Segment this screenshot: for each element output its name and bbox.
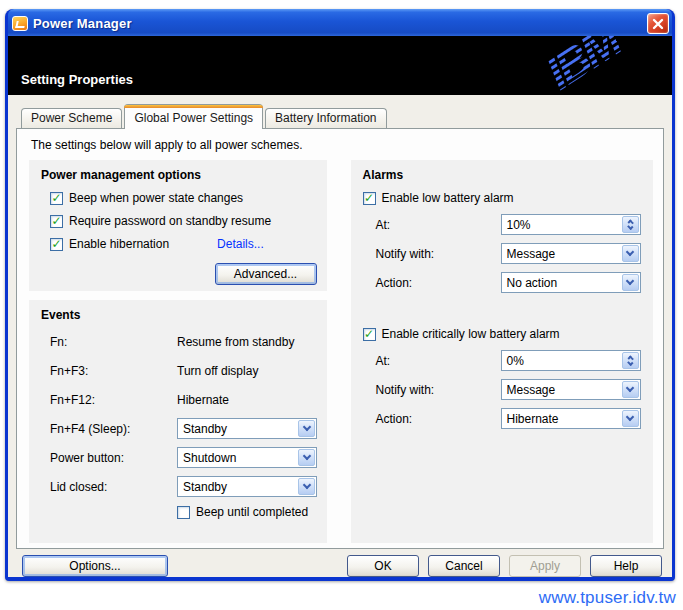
options-button[interactable]: Options... [22,555,168,577]
watermark-text: www.tpuser.idv.tw [539,588,676,608]
enable-critical-alarm-row: Enable critically low battery alarm [363,327,646,341]
beep-power-state-checkbox[interactable] [50,192,63,205]
event-row-fn: Fn: Resume from standby [41,331,319,352]
dropdown-button[interactable] [622,274,639,291]
require-password-checkbox[interactable] [50,215,63,228]
dropdown-value: Hibernate [507,412,559,426]
tab-label: Power Scheme [31,111,112,125]
spinner-buttons[interactable] [622,216,639,233]
dropdown-button[interactable] [298,420,315,437]
events-group: Events Fn: Resume from standby Fn+F3: Tu… [29,300,327,543]
tab-power-scheme[interactable]: Power Scheme [21,108,122,128]
low-alarm-action-row: Action: No action [363,272,646,293]
dropdown-value: Standby [183,422,227,436]
dropdown-value: Message [507,383,556,397]
power-button-dropdown[interactable]: Shutdown [177,447,317,468]
spinner-value: 10% [507,218,531,232]
event-label: Fn+F12: [50,393,177,407]
tab-bar: Power Scheme Global Power Settings Batte… [16,104,664,128]
dialog-body: Power Scheme Global Power Settings Batte… [8,95,672,577]
chevron-down-icon [626,277,634,285]
footer-button-row: Options... OK Cancel Apply Help [16,555,664,577]
chevron-down-icon [626,384,634,392]
chevron-down-icon [302,423,310,431]
enable-critical-alarm-checkbox[interactable] [363,328,376,341]
enable-low-battery-alarm-checkbox[interactable] [363,192,376,205]
power-management-options-group: Power management options Beep when power… [29,160,327,291]
ibm-logo: IBM [536,36,629,95]
event-row-fn-f12: Fn+F12: Hibernate [41,389,319,410]
chevron-down-icon [626,413,634,421]
event-row-lid-closed: Lid closed: Standby [41,476,319,497]
enable-low-battery-alarm-row: Enable low battery alarm [363,191,646,205]
dropdown-button[interactable] [622,381,639,398]
low-alarm-action-dropdown[interactable]: No action [501,272,641,293]
field-label: Action: [376,412,501,426]
ok-button[interactable]: OK [347,555,419,577]
critical-alarm-action-row: Action: Hibernate [363,408,646,429]
dropdown-value: Standby [183,480,227,494]
dropdown-button[interactable] [622,410,639,427]
event-row-fn-f4-sleep: Fn+F4 (Sleep): Standby [41,418,319,439]
power-manager-window: Power Manager Setting Properties IBM Pow… [5,9,675,581]
dropdown-value: Shutdown [183,451,236,465]
critical-alarm-at-spinner[interactable]: 0% [501,350,641,371]
enable-hibernation-checkbox[interactable] [50,238,63,251]
close-icon [652,18,664,30]
group-title: Alarms [363,168,646,182]
titlebar[interactable]: Power Manager [8,9,672,36]
dropdown-value: Message [507,247,556,261]
dropdown-button[interactable] [298,478,315,495]
event-label: Fn+F3: [50,364,177,378]
alarms-group: Alarms Enable low battery alarm At: 10% [351,160,654,543]
close-button[interactable] [647,13,669,34]
require-password-row: Require password on standby resume [41,214,319,228]
critical-alarm-notify-dropdown[interactable]: Message [501,379,641,400]
help-button[interactable]: Help [590,555,662,577]
critical-alarm-notify-row: Notify with: Message [363,379,646,400]
low-alarm-at-row: At: 10% [363,214,646,235]
chevron-down-icon [626,248,634,256]
beep-until-completed-row: Beep until completed [177,505,319,519]
critical-alarm-at-row: At: 0% [363,350,646,371]
spinner-buttons[interactable] [622,352,639,369]
lid-closed-dropdown[interactable]: Standby [177,476,317,497]
advanced-button[interactable]: Advanced... [215,263,317,285]
tab-battery-information[interactable]: Battery Information [265,108,386,128]
header-banner: Setting Properties IBM [8,36,672,95]
checkbox-label: Enable low battery alarm [382,191,514,205]
dropdown-value: No action [507,276,558,290]
tab-label: Battery Information [275,111,376,125]
event-value: Resume from standby [177,335,294,349]
low-alarm-notify-dropdown[interactable]: Message [501,243,641,264]
apply-button: Apply [509,555,581,577]
checkbox-label: Enable critically low battery alarm [382,327,560,341]
field-label: Action: [376,276,501,290]
beep-until-completed-checkbox[interactable] [177,506,190,519]
critical-alarm-action-dropdown[interactable]: Hibernate [501,408,641,429]
banner-title: Setting Properties [21,72,133,87]
event-label: Power button: [50,451,177,465]
checkbox-label: Beep when power state changes [69,191,243,205]
event-row-power-button: Power button: Shutdown [41,447,319,468]
fn-f4-sleep-dropdown[interactable]: Standby [177,418,317,439]
group-title: Power management options [41,168,319,182]
spinner-value: 0% [507,354,524,368]
details-link[interactable]: Details... [217,237,264,251]
beep-power-state-row: Beep when power state changes [41,191,319,205]
event-label: Fn+F4 (Sleep): [50,422,177,436]
dropdown-button[interactable] [622,245,639,262]
dropdown-button[interactable] [298,449,315,466]
tab-global-power-settings[interactable]: Global Power Settings [124,104,263,129]
chevron-down-icon [302,452,310,460]
tab-panel: The settings below will apply to all pow… [16,128,664,549]
checkbox-label: Beep until completed [196,505,308,519]
low-alarm-at-spinner[interactable]: 10% [501,214,641,235]
checkbox-label: Require password on standby resume [69,214,271,228]
tab-label: Global Power Settings [134,111,253,125]
field-label: At: [376,218,501,232]
power-manager-app-icon [12,16,28,31]
enable-hibernation-row: Enable hibernation Details... [41,237,319,251]
cancel-button[interactable]: Cancel [428,555,500,577]
window-title: Power Manager [33,16,132,31]
